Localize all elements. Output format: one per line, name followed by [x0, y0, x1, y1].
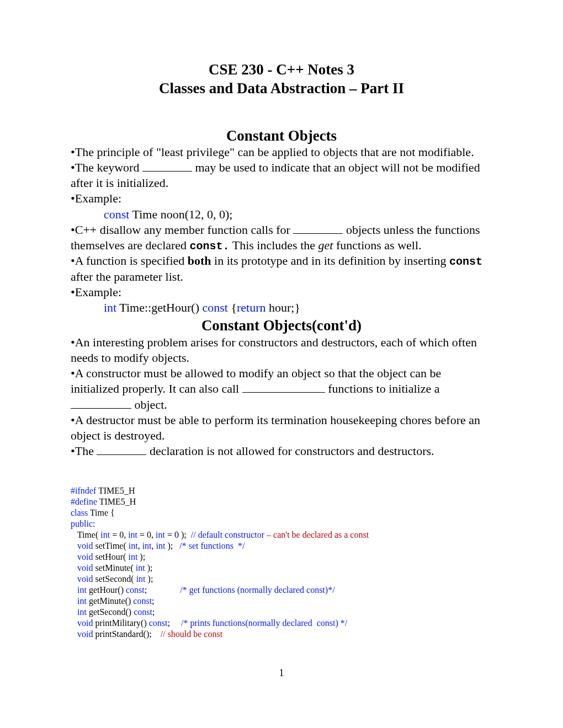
t: after the parameter list.	[71, 270, 183, 283]
kw: int	[136, 563, 145, 572]
t: printMilitary()	[93, 618, 148, 628]
para: •Example:	[71, 285, 492, 300]
section-heading-2: Constant Objects(cont'd)	[71, 317, 492, 334]
kw: void	[77, 563, 93, 572]
kw: int	[77, 585, 87, 595]
doc-title: CSE 230 - C++ Notes 3 Classes and Data A…	[71, 61, 492, 98]
section-2-body: •An interesting problem arises for const…	[71, 335, 492, 459]
i: get	[318, 238, 333, 252]
blank	[97, 443, 146, 455]
t: ;	[145, 585, 180, 595]
cm: // default constructor	[191, 530, 264, 539]
kw: void	[77, 541, 93, 550]
kw: const	[126, 585, 145, 595]
code-line: const Time noon(12, 0, 0);	[71, 207, 492, 222]
kw: int	[128, 530, 137, 539]
kw: int	[136, 574, 146, 584]
kw: #ifndef	[71, 486, 96, 495]
t: ,	[152, 541, 156, 550]
kw: return	[237, 301, 266, 314]
mono: const	[449, 255, 482, 268]
rd: – can't be declared as a const	[264, 530, 369, 539]
kw: const	[202, 301, 227, 314]
t: Time(	[71, 530, 100, 539]
t	[71, 618, 77, 628]
t: setSecond(	[93, 574, 136, 584]
t: •A function is specified	[71, 254, 188, 267]
code-line: int Time::getHour() const {return hour;}	[71, 300, 492, 315]
t: {	[228, 301, 237, 314]
blank	[293, 222, 343, 234]
cm: /* prints functions(normally declared co…	[181, 618, 347, 628]
t: = 0,	[110, 530, 128, 539]
kw: int	[77, 607, 87, 617]
blank	[242, 382, 325, 393]
t: •The	[71, 444, 97, 458]
kw: const	[104, 207, 129, 221]
t	[71, 585, 77, 595]
section-heading-1: Constant Objects	[71, 127, 492, 144]
kw: int	[129, 541, 138, 550]
t: declaration is not allowed for construct…	[146, 444, 434, 458]
para: •An interesting problem arises for const…	[71, 335, 492, 366]
para: •A constructor must be allowed to modify…	[71, 366, 492, 412]
t: setTime(	[93, 541, 128, 550]
t	[71, 552, 77, 561]
b: both	[188, 254, 211, 267]
kw: void	[77, 552, 93, 561]
para: •Example:	[71, 191, 492, 206]
kw: int	[156, 541, 166, 550]
t: printStandard();	[93, 629, 160, 639]
cm: /* get functions (normally declared cons…	[180, 585, 334, 595]
t: Time {	[88, 508, 115, 517]
para: •A function is specified both in its pro…	[71, 253, 492, 285]
t	[71, 574, 77, 584]
t: );	[145, 563, 153, 572]
cm: /* set functions */	[179, 541, 245, 550]
t	[71, 563, 77, 572]
t: TIME5_H	[96, 486, 135, 495]
kw: int	[128, 552, 137, 561]
page-number: 1	[71, 667, 492, 679]
t: functions to initialize a	[325, 382, 440, 395]
code-block: #ifndef TIME5_H #define TIME5_H class Ti…	[71, 474, 492, 640]
t: getMinute()	[87, 596, 133, 606]
t: ;	[168, 618, 181, 628]
t: TIME5_H	[97, 497, 136, 506]
t: hour;}	[266, 301, 301, 314]
section-1-body: •The principle of "least privilege" can …	[71, 144, 492, 316]
t: setMinute(	[93, 563, 135, 572]
t	[71, 629, 77, 639]
t: Time::getHour()	[116, 301, 202, 314]
kw: const	[134, 607, 152, 617]
kw: int	[100, 530, 110, 539]
kw: int	[77, 596, 87, 606]
kw: void	[77, 629, 93, 639]
t: setHour(	[93, 552, 128, 561]
blank	[71, 397, 131, 409]
blank	[142, 160, 192, 172]
kw: const	[133, 596, 152, 606]
kw: void	[77, 618, 93, 628]
t: ;	[152, 607, 155, 617]
kw: public:	[71, 519, 95, 528]
t: getHour()	[87, 585, 126, 595]
t: This includes the	[230, 238, 318, 252]
t: ;	[152, 596, 154, 606]
para: •The declaration is not allowed for cons…	[71, 443, 492, 459]
t: );	[165, 541, 179, 550]
t	[71, 541, 77, 550]
t: );	[146, 574, 153, 584]
t: = 0 );	[165, 530, 191, 539]
kw: class	[71, 508, 88, 517]
kw: #define	[71, 497, 97, 506]
para: •The principle of "least privilege" can …	[71, 144, 492, 160]
t: );	[137, 552, 145, 561]
para: •C++ disallow any member function calls …	[71, 222, 492, 254]
t: = 0,	[137, 530, 156, 539]
rd: // should be const	[161, 629, 222, 639]
t	[71, 607, 77, 617]
kw: const	[149, 618, 168, 628]
t: functions as well.	[333, 238, 421, 252]
t	[71, 596, 77, 606]
